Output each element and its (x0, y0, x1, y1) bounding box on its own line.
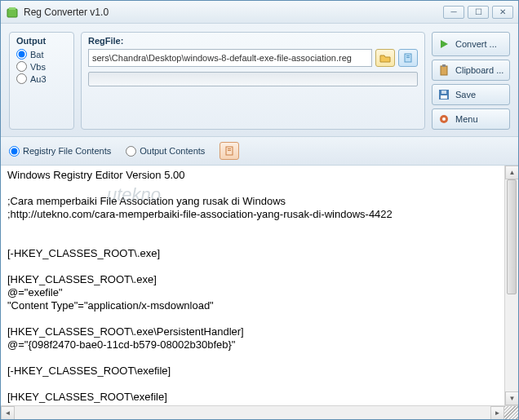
regfile-group: RegFile: (81, 32, 425, 130)
app-window: Reg Converter v1.0 ─ ☐ ✕ Output Bat Vbs … (0, 0, 519, 420)
registry-text[interactable]: Windows Registry Editor Version 5.00 ;Ca… (1, 166, 518, 405)
paste-button[interactable] (398, 49, 418, 67)
svg-rect-4 (406, 57, 410, 58)
output-group: Output Bat Vbs Au3 (9, 32, 74, 130)
scrollbar-horizontal[interactable]: ◄ ► (1, 405, 518, 419)
gear-icon (437, 113, 450, 126)
regfile-path-input[interactable] (88, 49, 372, 67)
radio-registry[interactable] (9, 146, 20, 157)
clipboard-button[interactable]: Clipboard ... (432, 60, 510, 81)
save-button[interactable]: Save (432, 84, 510, 105)
toolbar: Output Bat Vbs Au3 RegFile: Convert ... … (1, 24, 518, 137)
scroll-thumb-v[interactable] (507, 179, 517, 294)
scrollbar-vertical[interactable]: ▲ ▼ (504, 166, 518, 405)
convert-button[interactable]: Convert ... (432, 32, 510, 56)
svg-rect-8 (441, 95, 447, 99)
radio-bat[interactable] (16, 49, 27, 60)
window-title: Reg Converter v1.0 (24, 7, 443, 18)
scroll-track-h[interactable] (15, 406, 490, 420)
menu-button[interactable]: Menu (432, 108, 510, 130)
minimize-button[interactable]: ─ (443, 6, 464, 19)
path-row (88, 49, 418, 67)
radio-output[interactable] (126, 146, 136, 157)
svg-rect-1 (9, 7, 16, 10)
view-registry[interactable]: Registry File Contents (9, 146, 111, 157)
content-panel: Windows Registry Editor Version 5.00 ;Ca… (1, 166, 518, 419)
window-controls: ─ ☐ ✕ (443, 6, 513, 19)
svg-rect-14 (228, 150, 231, 151)
view-output[interactable]: Output Contents (126, 146, 205, 157)
save-icon (437, 88, 450, 101)
regfile-title: RegFile: (88, 36, 418, 46)
copy-content-button[interactable] (220, 142, 239, 160)
svg-rect-6 (442, 64, 446, 67)
output-title: Output (16, 36, 67, 46)
output-vbs[interactable]: Vbs (16, 61, 67, 72)
close-button[interactable]: ✕ (492, 6, 513, 19)
svg-rect-0 (7, 9, 17, 17)
svg-rect-3 (406, 55, 410, 56)
app-icon (6, 6, 19, 19)
scroll-up-button[interactable]: ▲ (505, 166, 518, 179)
svg-rect-13 (228, 148, 231, 149)
svg-rect-9 (441, 91, 446, 94)
svg-point-11 (442, 117, 446, 121)
maximize-button[interactable]: ☐ (468, 6, 489, 19)
watermark: utekno (107, 188, 161, 201)
action-buttons: Convert ... Clipboard ... Save Menu (432, 32, 510, 130)
progress-bar (88, 72, 418, 86)
browse-button[interactable] (375, 49, 395, 67)
scroll-down-button[interactable]: ▼ (505, 391, 518, 405)
view-bar: Registry File Contents Output Contents (1, 137, 518, 166)
svg-rect-5 (441, 66, 447, 75)
output-bat[interactable]: Bat (16, 49, 67, 60)
scroll-left-button[interactable]: ◄ (1, 406, 15, 420)
clipboard-icon (437, 64, 450, 77)
radio-au3[interactable] (16, 73, 27, 84)
play-icon (437, 38, 450, 51)
resize-grip[interactable] (504, 406, 518, 420)
scroll-right-button[interactable]: ► (490, 406, 504, 420)
titlebar: Reg Converter v1.0 ─ ☐ ✕ (1, 1, 518, 24)
output-au3[interactable]: Au3 (16, 73, 67, 84)
radio-vbs[interactable] (16, 61, 27, 72)
